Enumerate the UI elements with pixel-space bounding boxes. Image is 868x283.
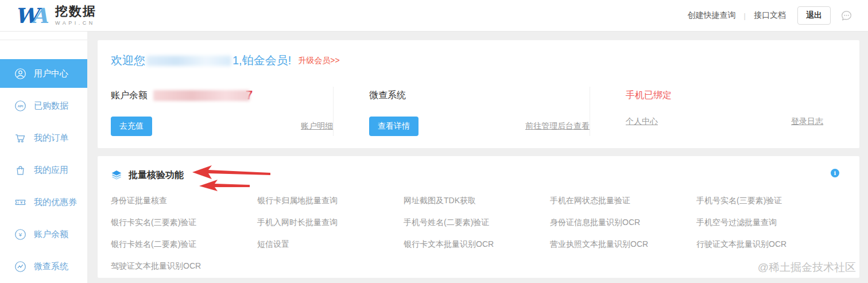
- wecha-system-section: 微查系统 查看详情 前往管理后台查看: [333, 87, 590, 136]
- brand-logo[interactable]: WA 挖数据 WAPI.CN: [15, 5, 96, 26]
- sidebar-item[interactable]: 我的订单: [0, 123, 87, 152]
- batch-function-link[interactable]: 手机号姓名(二要素)验证: [404, 212, 550, 234]
- batch-function-link[interactable]: 营业执照文本批量识别OCR: [550, 234, 696, 255]
- chart-icon: [14, 261, 26, 273]
- batch-function-link[interactable]: 身份证批量核查: [111, 190, 257, 212]
- sidebar-item-label: 微查系统: [34, 261, 68, 272]
- balance-section: 账户余额 7 去充值 账户明细: [111, 87, 333, 136]
- sidebar-item[interactable]: 用户中心: [0, 59, 87, 88]
- phone-binding-section: 手机已绑定 个人中心 登录日志: [590, 87, 846, 136]
- sidebar-divider: [0, 40, 87, 40]
- sidebar-item-label: 我的订单: [34, 133, 68, 144]
- brand-name: 挖数据: [55, 5, 96, 18]
- header-separator: [744, 10, 746, 21]
- sidebar-item-label: 用户中心: [34, 68, 68, 79]
- sidebar-item-label: 我的应用: [34, 165, 68, 176]
- welcome-message: 欢迎您1,铂金会员!: [111, 53, 291, 68]
- batch-function-link[interactable]: 行驶证文本批量识别OCR: [696, 234, 843, 255]
- balance-label: 账户余额: [111, 90, 148, 102]
- personal-center-link[interactable]: 个人中心: [626, 117, 658, 127]
- batch-function-link[interactable]: 手机号实名(三要素)验证: [696, 190, 843, 212]
- brand-domain: WAPI.CN: [55, 21, 96, 26]
- batch-function-link[interactable]: 手机空号过滤批量查询: [696, 212, 843, 234]
- sidebar-item[interactable]: 微查系统: [0, 252, 87, 281]
- phone-bound-status: 手机已绑定: [626, 90, 672, 102]
- user-icon: [14, 68, 26, 80]
- svg-text:API: API: [17, 104, 23, 107]
- batch-function-link[interactable]: 银行卡实名(三要素)验证: [111, 212, 257, 234]
- batch-verification-card: 批量核验功能 身份证批量核查 银行卡归属地批量查询 网址截图及TDK获取 手机: [98, 156, 859, 278]
- admin-backend-link[interactable]: 前往管理后台查看: [525, 121, 590, 131]
- wa-logo-icon: WA: [15, 5, 49, 26]
- sidebar-item[interactable]: ¥ 账户余额: [0, 220, 87, 249]
- batch-function-link[interactable]: 短信设置: [257, 234, 404, 255]
- layers-icon: [111, 169, 122, 181]
- yuan-icon: ¥: [14, 228, 26, 241]
- batch-function-link[interactable]: 手机入网时长批量查询: [257, 212, 404, 234]
- redacted-balance-amount: [153, 90, 250, 101]
- batch-function-link[interactable]: 银行卡归属地批量查询: [257, 190, 404, 212]
- batch-function-link[interactable]: 银行卡姓名(二要素)验证: [111, 234, 257, 255]
- batch-function-link[interactable]: 身份证信息批量识别OCR: [550, 212, 696, 234]
- view-details-button[interactable]: 查看详情: [369, 117, 418, 136]
- app-header: WA 挖数据 WAPI.CN 创建快捷查询 接口文档 退出: [0, 0, 868, 32]
- logout-button[interactable]: 退出: [797, 6, 831, 25]
- cart-icon: [14, 132, 26, 144]
- wecha-system-label: 微查系统: [369, 90, 406, 102]
- recharge-button[interactable]: 去充值: [111, 117, 152, 136]
- batch-function-link[interactable]: 网址截图及TDK获取: [404, 190, 550, 212]
- upgrade-membership-link[interactable]: 升级会员>>: [298, 56, 339, 66]
- batch-function-link[interactable]: 手机在网状态批量验证: [550, 190, 696, 212]
- info-icon[interactable]: [831, 169, 839, 177]
- sidebar-item-label: 账户余额: [34, 229, 68, 240]
- sidebar-item[interactable]: ¥ 我的优惠券: [0, 188, 87, 216]
- sidebar-item[interactable]: 我的应用: [0, 156, 87, 184]
- message-bubble-icon[interactable]: [840, 9, 853, 22]
- batch-function-link[interactable]: 银行卡文本批量识别OCR: [404, 234, 550, 255]
- main-content: 欢迎您1,铂金会员! 升级会员>> 账户余额 7 去充值 账户明细: [87, 32, 868, 283]
- svg-text:¥: ¥: [18, 231, 22, 238]
- batch-function-link[interactable]: 驾驶证文本批量识别OCR: [111, 255, 257, 277]
- api-icon: API: [14, 100, 26, 112]
- sidebar: 用户中心 API 已购数据 我的订单 我的应用 ¥: [0, 32, 87, 283]
- redacted-phone-number: [146, 56, 231, 66]
- sidebar-item[interactable]: API 已购数据: [0, 91, 87, 120]
- login-log-link[interactable]: 登录日志: [791, 117, 823, 127]
- community-watermark: @稀土掘金技术社区: [758, 260, 856, 275]
- bag-icon: [14, 164, 26, 176]
- coupon-icon: ¥: [14, 196, 26, 208]
- create-quick-query-link[interactable]: 创建快捷查询: [688, 10, 736, 21]
- svg-text:¥: ¥: [20, 200, 23, 205]
- sidebar-item-label: 我的优惠券: [34, 197, 77, 208]
- sidebar-item-label: 已购数据: [34, 100, 68, 111]
- batch-section-title: 批量核验功能: [129, 169, 184, 181]
- api-docs-link[interactable]: 接口文档: [754, 10, 786, 21]
- account-detail-link[interactable]: 账户明细: [301, 121, 333, 131]
- account-overview-card: 欢迎您1,铂金会员! 升级会员>> 账户余额 7 去充值 账户明细: [98, 40, 859, 148]
